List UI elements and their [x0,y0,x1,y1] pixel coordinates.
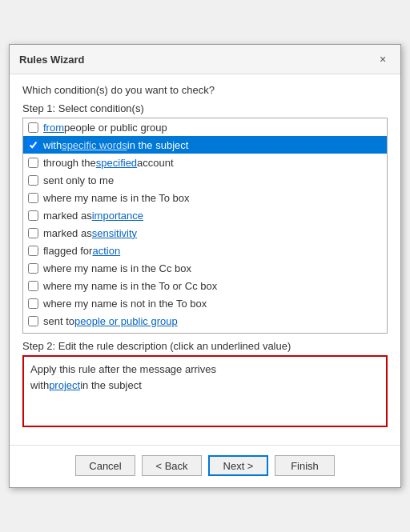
condition-text: where my name is not in the To box [43,298,207,310]
list-item[interactable]: marked as sensitivity [23,224,387,242]
condition-checkbox[interactable] [28,158,38,168]
condition-text: in the subject [127,139,189,151]
condition-text: through the [43,157,96,169]
step2-label: Step 2: Edit the rule description (click… [22,340,388,352]
condition-text: with [43,333,62,334]
dialog-title: Rules Wizard [19,54,85,66]
description-line1: Apply this rule after the message arrive… [30,363,216,375]
condition-text: people or public group [64,122,167,134]
condition-link[interactable]: from [43,122,64,134]
condition-checkbox[interactable] [28,263,38,274]
condition-checkbox[interactable] [28,316,38,326]
description-with: with [30,379,49,391]
condition-link[interactable]: sensitivity [92,227,137,239]
list-item[interactable]: from people or public group [23,118,387,136]
question-label: Which condition(s) do you want to check? [22,84,388,96]
condition-checkbox[interactable] [28,334,38,334]
condition-link[interactable]: importance [92,210,143,222]
condition-text: account [137,157,174,169]
list-item[interactable]: where my name is in the Cc box [23,259,387,277]
condition-text: where my name is in the To box [43,192,190,204]
description-box: Apply this rule after the message arrive… [22,355,388,427]
dialog-body: Which condition(s) do you want to check?… [10,74,400,437]
description-link[interactable]: project [49,379,80,391]
list-item[interactable]: where my name is in the To or Cc box [23,277,387,294]
list-item[interactable]: flagged for action [23,242,387,259]
back-button[interactable]: < Back [142,455,202,476]
list-item[interactable]: with specific words in the subject [23,136,387,154]
condition-checkbox[interactable] [28,140,38,150]
condition-text: marked as [43,227,92,239]
finish-button[interactable]: Finish [275,455,335,476]
description-after: in the subject [80,379,142,391]
list-item[interactable]: where my name is not in the To box [23,294,387,312]
condition-text: with [43,139,62,151]
condition-link[interactable]: specific words [62,139,127,151]
condition-checkbox[interactable] [28,298,38,309]
title-bar: Rules Wizard × [10,45,400,74]
step1-label: Step 1: Select condition(s) [22,102,388,114]
condition-text: in the body [127,333,179,334]
condition-checkbox[interactable] [28,175,38,186]
list-item[interactable]: sent to people or public group [23,312,387,330]
condition-checkbox[interactable] [28,122,38,133]
condition-checkbox[interactable] [28,193,38,203]
list-item[interactable]: where my name is in the To box [23,189,387,206]
condition-text: flagged for [43,245,92,257]
list-item[interactable]: through the specified account [23,154,387,171]
list-item[interactable]: marked as importance [23,206,387,224]
condition-text: where my name is in the To or Cc box [43,280,217,292]
condition-text: sent only to me [43,174,114,186]
condition-checkbox[interactable] [28,210,38,221]
list-item[interactable]: sent only to me [23,171,387,189]
condition-text: where my name is in the Cc box [43,262,191,274]
condition-checkbox[interactable] [28,246,38,256]
condition-link[interactable]: action [92,245,120,257]
condition-link[interactable]: specific words [62,333,127,334]
condition-checkbox[interactable] [28,228,38,238]
next-button[interactable]: Next > [208,455,268,476]
button-row: Cancel < Back Next > Finish [10,445,400,487]
list-item[interactable]: with specific words in the body [23,330,387,334]
rules-wizard-dialog: Rules Wizard × Which condition(s) do you… [9,44,401,488]
cancel-button[interactable]: Cancel [75,455,135,476]
conditions-list[interactable]: from people or public groupwith specific… [22,118,388,334]
close-button[interactable]: × [375,51,391,67]
condition-text: marked as [43,210,92,222]
condition-text: sent to [43,315,74,327]
condition-link[interactable]: people or public group [74,315,178,327]
condition-link[interactable]: specified [96,157,137,169]
condition-checkbox[interactable] [28,281,38,291]
